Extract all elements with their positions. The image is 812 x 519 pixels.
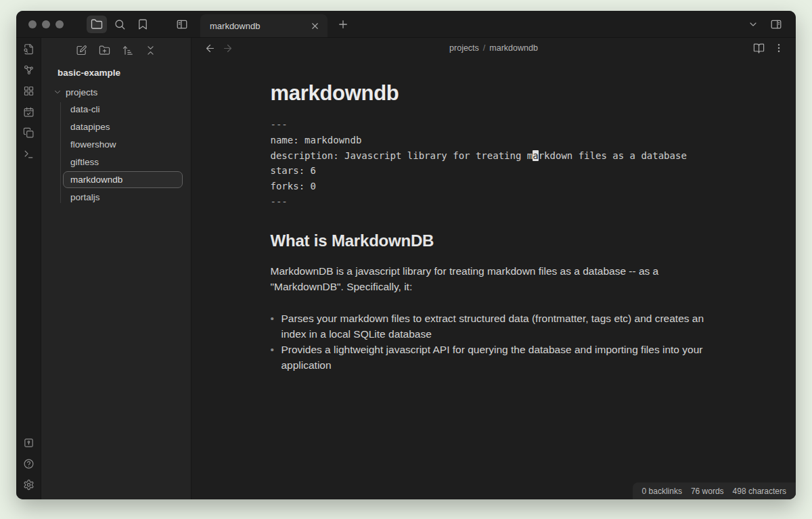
ribbon-graph-button[interactable] (20, 62, 37, 78)
tree-item-datapipes[interactable]: datapipes (63, 118, 183, 135)
window-controls[interactable] (16, 20, 73, 28)
titlebar-tools-right (742, 16, 796, 33)
note-content[interactable]: markdowndb ---name: markdowndbdescriptio… (191, 58, 796, 499)
chevron-down-button[interactable] (743, 16, 763, 33)
intro-paragraph: MarkdownDB is a javascript library for t… (271, 263, 717, 294)
search-icon (114, 18, 126, 30)
new-note-icon (76, 45, 87, 56)
sort-button[interactable] (119, 42, 136, 58)
folder-button[interactable] (87, 16, 107, 33)
minimize-window-button[interactable] (42, 20, 50, 28)
panel-right-button[interactable] (766, 16, 786, 33)
zoom-window-button[interactable] (55, 20, 64, 28)
note-title: markdowndb (271, 81, 717, 106)
layout-grid-icon (23, 85, 35, 97)
ribbon (16, 38, 41, 499)
ribbon-terminal-button[interactable] (20, 145, 37, 162)
plus-icon (337, 18, 349, 30)
section-heading: What is MarkdownDB (271, 231, 717, 250)
titlebar: markdowndb (16, 11, 796, 38)
frontmatter-line: stars: 6 (271, 163, 717, 179)
navigate-forward-button[interactable] (219, 40, 236, 56)
ribbon-settings-button[interactable] (20, 476, 37, 493)
file-explorer: basic-example projects data-clidatapipes… (41, 38, 191, 499)
frontmatter-line: name: markdowndb (271, 133, 717, 148)
more-vertical-icon (773, 43, 784, 53)
bookmark-button[interactable] (133, 16, 153, 33)
view-header: projects/markdowndb (191, 38, 796, 58)
navigate-back-button[interactable] (201, 40, 219, 56)
text-cursor: a (533, 150, 538, 161)
chevron-down-icon (52, 87, 63, 97)
ribbon-vault-button[interactable] (20, 434, 37, 451)
folder-icon (91, 18, 103, 30)
settings-icon (23, 479, 35, 491)
frontmatter-line: --- (271, 117, 717, 133)
panel-right-icon (770, 18, 782, 30)
file-tree: data-clidatapipesflowershowgiftlessmarkd… (41, 101, 191, 206)
panel-left-icon (176, 18, 188, 30)
breadcrumb-segment[interactable]: projects (449, 43, 479, 53)
status-characters[interactable]: 498 characters (733, 487, 786, 496)
search-button[interactable] (110, 16, 130, 33)
chevron-down-icon (748, 19, 759, 30)
view-actions (750, 40, 788, 56)
tab-markdowndb[interactable]: markdowndb (200, 14, 328, 37)
file-search-icon (23, 43, 35, 55)
frontmatter-line: forks: 0 (271, 179, 717, 194)
calendar-check-icon (23, 106, 35, 118)
indent-guide (60, 102, 61, 203)
titlebar-tools-left (85, 16, 194, 33)
vault-icon (23, 437, 35, 449)
tree-item-giftless[interactable]: giftless (63, 154, 183, 171)
status-words[interactable]: 76 words (691, 487, 724, 496)
folder-label: projects (66, 87, 97, 97)
bullet-item: Parses your markdown files to extract st… (271, 311, 717, 342)
arrow-left-icon (204, 43, 216, 54)
collapse-all-button[interactable] (142, 42, 159, 58)
tab-title: markdowndb (210, 21, 260, 31)
vault-name[interactable]: basic-example (58, 68, 191, 78)
breadcrumb-segment[interactable]: markdowndb (489, 43, 538, 53)
ribbon-calendar-check-button[interactable] (20, 104, 37, 120)
new-folder-icon (99, 45, 110, 56)
ribbon-help-button[interactable] (20, 455, 37, 472)
status-bar: 0 backlinks76 words498 characters (633, 482, 796, 499)
folder-projects[interactable]: projects (41, 83, 191, 101)
frontmatter-line: description: Javascript library for trea… (271, 148, 717, 164)
book-open-button[interactable] (750, 40, 767, 56)
explorer-toolbar (41, 42, 191, 58)
new-folder-button[interactable] (96, 42, 113, 58)
bullet-item: Provides a lightweight javascript API fo… (271, 342, 717, 373)
editor-pane: projects/markdowndb markdowndb ---name: … (191, 38, 796, 499)
breadcrumb: projects/markdowndb (191, 38, 796, 58)
files-icon (23, 127, 35, 139)
arrow-right-icon (222, 43, 233, 54)
new-note-button[interactable] (73, 42, 90, 58)
feature-list: Parses your markdown files to extract st… (271, 311, 717, 373)
terminal-icon (23, 148, 35, 160)
obsidian-window: markdowndb basic-example projects data-c… (16, 11, 796, 499)
bookmark-icon (137, 18, 149, 30)
sort-icon (122, 45, 133, 56)
ribbon-layout-grid-button[interactable] (20, 83, 37, 99)
graph-icon (23, 64, 35, 76)
tab-close-icon[interactable] (307, 18, 322, 33)
book-open-icon (753, 43, 765, 54)
more-vertical-button[interactable] (770, 40, 788, 56)
collapse-all-icon (145, 45, 156, 56)
tree-item-flowershow[interactable]: flowershow (63, 136, 183, 153)
frontmatter-line: --- (271, 194, 717, 210)
help-icon (23, 458, 35, 470)
close-window-button[interactable] (28, 20, 37, 28)
tree-item-markdowndb[interactable]: markdowndb (63, 171, 183, 188)
tree-item-data-cli[interactable]: data-cli (63, 101, 183, 118)
status-backlinks[interactable]: 0 backlinks (642, 487, 682, 496)
panel-left-button[interactable] (172, 16, 192, 33)
tree-item-portaljs[interactable]: portaljs (63, 189, 183, 206)
frontmatter-block[interactable]: ---name: markdowndbdescription: Javascri… (271, 117, 717, 210)
ribbon-files-button[interactable] (20, 125, 37, 141)
breadcrumb-separator: / (483, 43, 485, 53)
ribbon-file-search-button[interactable] (20, 41, 37, 57)
new-tab-button[interactable] (333, 16, 353, 33)
